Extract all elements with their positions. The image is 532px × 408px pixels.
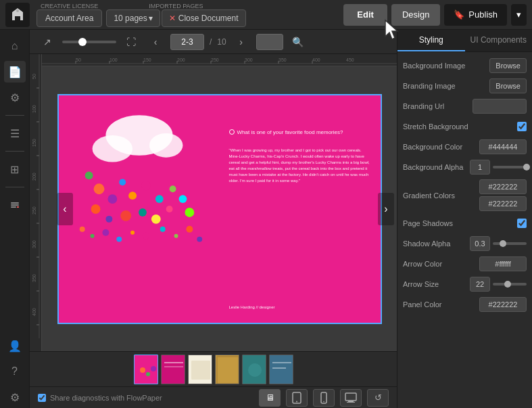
sidebar-item-layers[interactable] xyxy=(4,194,26,216)
author-text: Leslie Harding // designer xyxy=(229,305,371,309)
fullscreen-button[interactable]: ⛶ xyxy=(122,33,141,51)
svg-point-64 xyxy=(116,236,122,242)
design-button[interactable]: Design xyxy=(391,4,440,26)
prev-page-button[interactable]: ‹ xyxy=(146,33,165,51)
gradient-color2-input[interactable]: #222222 xyxy=(479,196,527,211)
svg-point-73 xyxy=(146,372,150,376)
thumbnails-bar xyxy=(30,351,397,386)
arrow-size-slider[interactable] xyxy=(493,283,527,286)
background-alpha-slider[interactable] xyxy=(493,166,527,168)
svg-point-51 xyxy=(155,195,163,203)
page-left[interactable] xyxy=(59,95,220,323)
sidebar-item-menu[interactable]: ☰ xyxy=(4,122,26,144)
device-other-button[interactable] xyxy=(340,389,362,407)
svg-point-72 xyxy=(140,367,145,373)
background-alpha-thumb xyxy=(523,164,530,171)
page-right[interactable]: What is one of your favorite food memori… xyxy=(220,95,381,323)
background-image-label: Background Image xyxy=(403,62,489,70)
thumbnail-4[interactable] xyxy=(215,355,239,384)
sidebar-item-settings[interactable]: ⚙ xyxy=(4,87,26,108)
branding-image-browse-button[interactable]: Browse xyxy=(489,78,527,93)
page-shadows-value xyxy=(517,219,527,228)
shadow-alpha-value: 0.3 xyxy=(470,236,527,251)
device-tablet-button[interactable] xyxy=(286,389,308,407)
canvas-area: ↗ ⛶ ‹ / 10 › 🔍 50 100 150 200 250 xyxy=(30,30,397,408)
page-input[interactable] xyxy=(170,34,204,50)
svg-point-56 xyxy=(139,208,147,217)
svg-text:300: 300 xyxy=(245,58,253,62)
pages-button[interactable]: 10 pages ▾ xyxy=(106,9,160,27)
svg-point-60 xyxy=(185,208,194,217)
close-document-button[interactable]: ✕ Close Document xyxy=(162,9,246,27)
edit-button[interactable]: Edit xyxy=(343,4,387,26)
branding-url-input[interactable] xyxy=(473,99,527,114)
svg-rect-2 xyxy=(11,202,19,204)
tab-styling[interactable]: Styling xyxy=(397,30,465,51)
thumbnail-5[interactable] xyxy=(242,355,266,384)
sidebar-item-help[interactable]: ? xyxy=(4,361,26,382)
shadow-alpha-thumb xyxy=(500,240,506,247)
arrow-size-input[interactable]: 22 xyxy=(470,277,490,292)
device-phone-button[interactable] xyxy=(313,389,335,407)
zoom-slider[interactable] xyxy=(62,41,116,43)
stretch-background-label: Stretch Background xyxy=(403,122,517,131)
canvas-toolbar: ↗ ⛶ ‹ / 10 › 🔍 xyxy=(30,30,397,54)
prev-page-arrow[interactable]: ‹ xyxy=(57,193,73,225)
arrow-color-row: Arrow Color #ffffff xyxy=(403,256,527,272)
thumbnail-2[interactable] xyxy=(161,355,185,384)
svg-point-58 xyxy=(166,206,172,212)
sidebar-item-user[interactable]: 👤 xyxy=(4,335,26,357)
background-image-browse-button[interactable]: Browse xyxy=(489,58,527,73)
next-page-button[interactable]: › xyxy=(232,33,251,51)
sidebar-item-home[interactable]: ⌂ xyxy=(4,35,26,57)
shadow-alpha-input[interactable]: 0.3 xyxy=(470,236,490,251)
arrow-size-thumb xyxy=(504,281,511,288)
publish-button[interactable]: 🔖 Publish xyxy=(444,4,507,26)
share-button[interactable]: ↗ xyxy=(38,33,57,51)
publish-label: Publish xyxy=(468,9,498,20)
document-container[interactable]: Click to Zoom in and out. Double click t… xyxy=(57,94,382,324)
svg-rect-92 xyxy=(348,401,354,402)
arrow-color-label: Arrow Color xyxy=(403,260,479,268)
svg-rect-84 xyxy=(270,355,293,384)
sidebar-item-grid[interactable]: ⊞ xyxy=(4,158,26,180)
thumbnail-3[interactable] xyxy=(188,355,212,384)
search-button[interactable]: 🔍 xyxy=(289,33,308,51)
tab-ui-components[interactable]: UI Components xyxy=(465,30,533,51)
stretch-background-value xyxy=(517,122,527,131)
background-alpha-input[interactable]: 1 xyxy=(470,160,490,175)
panel-color-input[interactable]: #222222 xyxy=(479,297,527,312)
page-shadows-checkbox[interactable] xyxy=(517,219,527,228)
arrow-color-input[interactable]: #ffffff xyxy=(479,256,527,271)
panel-tabs: Styling UI Components xyxy=(397,30,532,52)
diagnostics-checkbox[interactable] xyxy=(38,394,46,402)
device-desktop-button[interactable]: 🖥 xyxy=(259,389,281,407)
svg-point-55 xyxy=(120,210,131,221)
svg-text:250: 250 xyxy=(211,58,219,62)
sidebar-item-gear[interactable]: ⚙ xyxy=(4,386,26,408)
svg-rect-76 xyxy=(164,362,183,363)
shadow-alpha-slider[interactable] xyxy=(493,242,527,245)
svg-point-61 xyxy=(79,226,84,231)
svg-rect-79 xyxy=(191,361,210,380)
svg-text:350: 350 xyxy=(32,274,37,282)
svg-text:350: 350 xyxy=(279,58,287,62)
svg-point-43 xyxy=(92,135,132,162)
background-alpha-label: Background Alpha xyxy=(403,163,470,171)
stretch-background-checkbox[interactable] xyxy=(517,122,527,131)
right-panel: Styling UI Components Background Image B… xyxy=(397,30,532,408)
svg-text:300: 300 xyxy=(32,240,37,248)
gradient-color1-input[interactable]: #222222 xyxy=(479,179,527,194)
next-page-arrow[interactable]: › xyxy=(378,193,394,225)
refresh-button[interactable]: ↺ xyxy=(367,389,389,407)
account-area-button[interactable]: Account Area xyxy=(37,9,102,27)
svg-text:150: 150 xyxy=(143,58,151,62)
background-color-input[interactable]: #444444 xyxy=(479,139,527,154)
thumbnail-1[interactable] xyxy=(134,355,158,384)
thumbnail-6[interactable] xyxy=(269,355,293,384)
svg-rect-91 xyxy=(345,393,356,401)
publish-caret-button[interactable]: ▾ xyxy=(511,4,527,26)
sidebar-item-pages[interactable]: 📄 xyxy=(4,61,26,83)
shadow-alpha-label: Shadow Alpha xyxy=(403,240,470,248)
gradient-colors-row: Gradient Colors #222222 #222222 xyxy=(403,179,527,211)
